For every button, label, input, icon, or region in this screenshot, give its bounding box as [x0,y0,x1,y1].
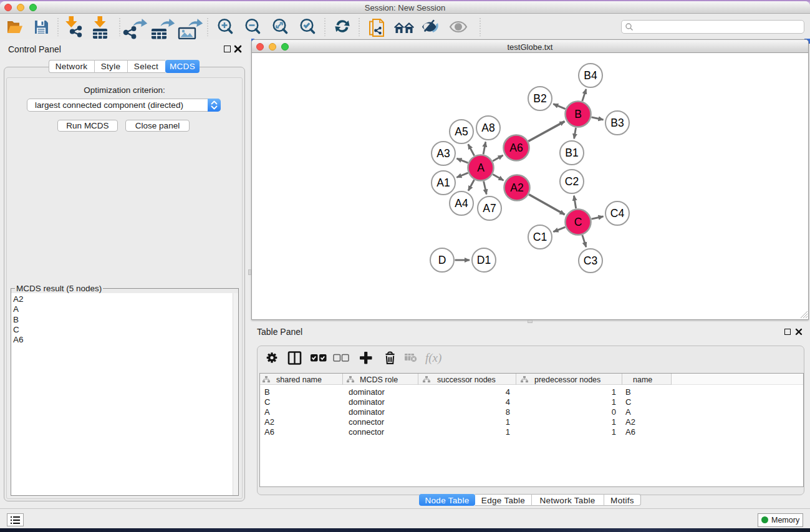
svg-text:A: A [477,162,485,174]
svg-text:C4: C4 [610,207,625,220]
svg-text:C3: C3 [584,254,597,267]
svg-text:A5: A5 [455,125,468,138]
svg-text:A1: A1 [436,177,450,189]
svg-text:B3: B3 [610,117,624,129]
svg-text:B4: B4 [584,69,597,82]
svg-text:A7: A7 [483,202,496,215]
svg-text:C2: C2 [565,175,579,188]
svg-text:C: C [574,216,582,228]
svg-text:D: D [438,254,446,266]
svg-text:D1: D1 [477,254,491,266]
svg-text:A8: A8 [481,122,494,134]
svg-text:B2: B2 [533,92,546,105]
svg-text:A6: A6 [509,142,523,154]
svg-text:C1: C1 [533,231,547,243]
svg-text:f(x): f(x) [425,351,441,365]
svg-text:A4: A4 [455,197,468,210]
svg-text:A2: A2 [510,181,523,194]
svg-text:A3: A3 [436,147,450,160]
svg-text:B: B [574,108,582,120]
svg-text:B1: B1 [565,147,578,159]
